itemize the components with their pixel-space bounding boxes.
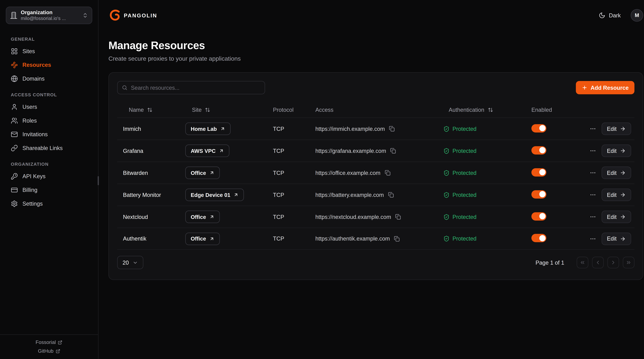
sidebar-item-invitations[interactable]: Invitations [0, 128, 98, 141]
sidebar-item-api-keys[interactable]: API Keys [0, 170, 98, 183]
row-menu-button[interactable] [588, 190, 597, 199]
site-cell: Office [185, 232, 273, 245]
column-header-site[interactable]: Site [185, 106, 273, 113]
copy-icon[interactable] [390, 148, 396, 154]
column-header-name[interactable]: Name [117, 106, 185, 113]
avatar[interactable]: M [631, 9, 643, 22]
site-link-button[interactable]: AWS VPC [185, 144, 230, 157]
search-input[interactable] [131, 84, 260, 91]
column-header-authentication[interactable]: Authentication [443, 106, 532, 113]
enabled-toggle[interactable] [532, 146, 546, 154]
shield-check-icon [443, 192, 450, 198]
table-header: Name Site Protocol Access Authenticati [117, 102, 634, 118]
sidebar-resize-handle[interactable] [98, 176, 99, 185]
brand-logo-link[interactable]: PANGOLIN [108, 9, 157, 22]
site-label: AWS VPC [191, 148, 216, 154]
page-summary: Page 1 of 1 [536, 260, 564, 266]
sidebar-item-settings[interactable]: Settings [0, 197, 98, 210]
row-menu-button[interactable] [588, 212, 597, 221]
edit-button[interactable]: Edit [602, 189, 631, 201]
fossorial-link[interactable]: Fossorial [36, 339, 62, 345]
column-header-protocol: Protocol [273, 106, 315, 113]
enabled-cell [532, 212, 590, 222]
main-content: PANGOLIN Dark M Manage Resources Create … [99, 0, 644, 359]
table-row: Grafana AWS VPC TCP https://grafana.exam… [117, 140, 634, 162]
key-icon [11, 173, 18, 180]
copy-icon[interactable] [394, 236, 400, 242]
users-icon [11, 117, 18, 124]
row-menu-button[interactable] [588, 168, 597, 177]
enabled-toggle[interactable] [532, 190, 546, 198]
arrow-up-right-icon [209, 170, 214, 176]
arrow-right-icon [620, 192, 626, 198]
theme-toggle[interactable]: Dark [599, 12, 621, 19]
site-link-button[interactable]: Edge Device 01 [185, 189, 244, 201]
copy-icon[interactable] [384, 170, 390, 176]
sidebar-item-billing[interactable]: Billing [0, 183, 98, 197]
enabled-toggle[interactable] [532, 212, 546, 220]
access-cell: https://battery.example.com [315, 192, 443, 198]
copy-icon[interactable] [389, 126, 395, 132]
row-menu-button[interactable] [588, 146, 597, 155]
sidebar-item-shareable-links[interactable]: Shareable Links [0, 141, 98, 155]
section-label-access-control: ACCESS CONTROL [0, 92, 98, 97]
enabled-toggle[interactable] [532, 124, 546, 132]
edit-button[interactable]: Edit [602, 210, 631, 223]
row-menu-button[interactable] [588, 234, 597, 243]
chevrons-right-icon [626, 260, 632, 266]
table-body: Immich Home Lab TCP https://immich.examp… [117, 118, 634, 250]
copy-icon[interactable] [388, 192, 394, 198]
row-menu-button[interactable] [588, 124, 597, 134]
waypoints-icon [11, 62, 18, 68]
add-resource-button[interactable]: Add Resource [576, 81, 634, 94]
external-link-icon [56, 349, 60, 353]
edit-label: Edit [607, 192, 616, 198]
sidebar-item-resources[interactable]: Resources [0, 58, 98, 72]
building-icon [10, 12, 18, 19]
sidebar-item-domains[interactable]: Domains [0, 72, 98, 86]
auth-status-label: Protected [452, 214, 476, 220]
org-selector[interactable]: Organization milo@fossorial.io's ... [6, 7, 92, 24]
site-link-button[interactable]: Office [185, 210, 220, 223]
arrow-right-icon [620, 236, 626, 242]
sites-grid-icon [11, 48, 18, 55]
github-link[interactable]: GitHub [38, 348, 60, 354]
site-cell: Office [185, 166, 273, 179]
enabled-cell [532, 146, 590, 156]
column-label: Protocol [273, 106, 294, 113]
sidebar-item-label: Billing [22, 187, 37, 193]
chevrons-up-down-icon [82, 12, 88, 18]
sidebar-item-label: Domains [22, 76, 44, 82]
copy-icon[interactable] [395, 214, 401, 220]
page-size-select[interactable]: 20 [117, 256, 143, 269]
previous-page-button[interactable] [592, 257, 604, 268]
edit-label: Edit [607, 214, 616, 220]
site-label: Edge Device 01 [191, 192, 230, 198]
enabled-toggle[interactable] [532, 234, 546, 242]
arrow-up-right-icon [219, 148, 224, 153]
edit-button[interactable]: Edit [602, 144, 631, 157]
brand-name: PANGOLIN [124, 12, 157, 18]
protocol-value: TCP [273, 236, 315, 242]
sidebar-item-roles[interactable]: Roles [0, 114, 98, 128]
site-link-button[interactable]: Office [185, 166, 220, 179]
site-link-button[interactable]: Office [185, 232, 220, 245]
auth-status-label: Protected [452, 126, 476, 132]
edit-button[interactable]: Edit [602, 166, 631, 179]
last-page-button[interactable] [623, 257, 634, 268]
app-window: Organization milo@fossorial.io's ... GEN… [0, 0, 644, 359]
next-page-button[interactable] [608, 257, 619, 268]
sort-icon [147, 107, 152, 112]
sidebar-footer: Fossorial GitHub [0, 334, 98, 359]
first-page-button[interactable] [577, 257, 588, 268]
edit-button[interactable]: Edit [602, 232, 631, 245]
sidebar-item-users[interactable]: Users [0, 100, 98, 114]
enabled-toggle[interactable] [532, 168, 546, 176]
edit-button[interactable]: Edit [602, 122, 631, 135]
site-link-button[interactable]: Home Lab [185, 122, 230, 135]
sidebar-spacer [0, 210, 98, 334]
sidebar-item-sites[interactable]: Sites [0, 44, 98, 58]
protocol-value: TCP [273, 214, 315, 220]
site-label: Home Lab [191, 126, 217, 132]
column-header-access: Access [315, 106, 443, 113]
